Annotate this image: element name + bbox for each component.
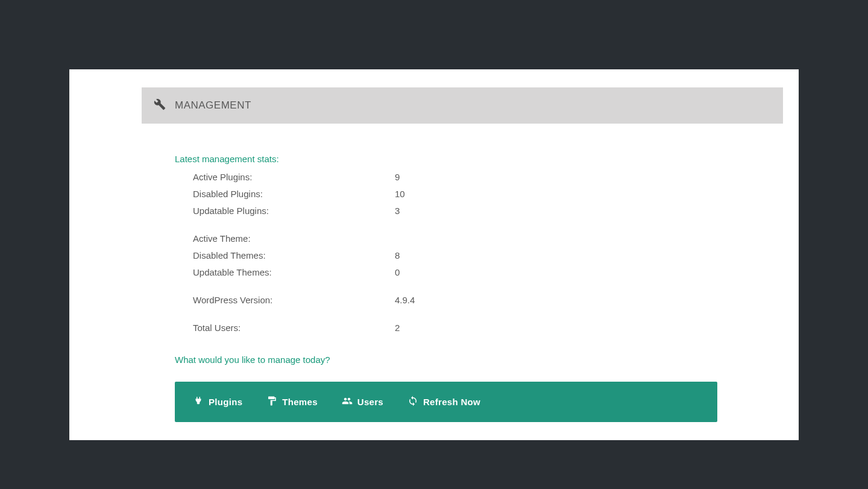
stat-row-disabled-plugins: Disabled Plugins: 10 (175, 186, 783, 203)
manage-prompt: What would you like to manage today? (175, 355, 783, 365)
stat-row-updatable-plugins: Updatable Plugins: 3 (175, 203, 783, 219)
stat-row-updatable-themes: Updatable Themes: 0 (175, 264, 783, 281)
stat-label: Updatable Plugins: (175, 204, 395, 218)
stat-label: Active Plugins: (175, 170, 395, 185)
stat-label: WordPress Version: (175, 293, 395, 308)
action-bar: Plugins Themes Users Refresh Now (175, 382, 717, 422)
stat-value: 9 (395, 170, 400, 185)
users-button[interactable]: Users (342, 396, 383, 408)
stat-label: Disabled Themes: (175, 248, 395, 263)
panel-title: MANAGEMENT (175, 99, 251, 112)
stat-row-active-plugins: Active Plugins: 9 (175, 169, 783, 186)
stat-row-wordpress-version: WordPress Version: 4.9.4 (175, 292, 783, 309)
stat-value: 10 (395, 187, 405, 201)
stat-value: 3 (395, 204, 400, 218)
action-label: Themes (282, 397, 318, 407)
stat-label: Active Theme: (175, 232, 395, 246)
stat-spacer (175, 219, 783, 230)
stats-table: Active Plugins: 9 Disabled Plugins: 10 U… (175, 169, 783, 336)
refresh-button[interactable]: Refresh Now (407, 396, 480, 408)
themes-button[interactable]: Themes (266, 396, 318, 408)
stat-value: 0 (395, 265, 400, 280)
stat-row-disabled-themes: Disabled Themes: 8 (175, 247, 783, 264)
action-label: Users (357, 397, 383, 407)
users-icon (342, 396, 353, 408)
stat-row-active-theme: Active Theme: (175, 230, 783, 247)
stats-heading: Latest management stats: (175, 154, 783, 164)
stat-label: Disabled Plugins: (175, 187, 395, 201)
stat-label: Updatable Themes: (175, 265, 395, 280)
stat-label: Total Users: (175, 321, 395, 335)
panel-header: MANAGEMENT (142, 87, 783, 124)
action-label: Plugins (209, 397, 242, 407)
stat-value: 8 (395, 248, 400, 263)
stat-value: 4.9.4 (395, 293, 415, 308)
stat-value: 2 (395, 321, 400, 335)
plugins-button[interactable]: Plugins (193, 396, 242, 408)
refresh-icon (407, 396, 418, 408)
management-panel: MANAGEMENT Latest management stats: Acti… (69, 69, 799, 440)
action-label: Refresh Now (423, 397, 480, 407)
stat-row-total-users: Total Users: 2 (175, 320, 783, 336)
stat-spacer (175, 309, 783, 320)
plug-icon (193, 396, 204, 408)
paint-icon (266, 396, 277, 408)
panel-content: Latest management stats: Active Plugins:… (69, 124, 799, 422)
wrench-icon (154, 98, 166, 113)
stat-spacer (175, 281, 783, 292)
